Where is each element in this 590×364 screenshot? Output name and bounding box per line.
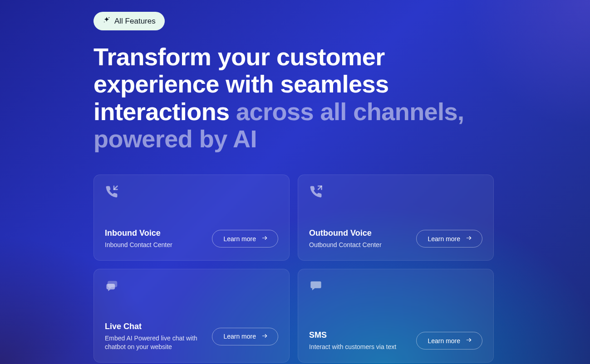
card-subtitle: Interact with customers via text (309, 343, 409, 351)
card-title: SMS (309, 330, 409, 340)
sparkle-icon (103, 16, 111, 26)
arrow-right-icon (465, 337, 473, 345)
phone-outgoing-icon (309, 185, 482, 200)
card-subtitle: Embed AI Powered live chat with chatbot … (105, 334, 205, 351)
learn-more-label: Learn more (223, 333, 256, 340)
learn-more-button[interactable]: Learn more (212, 328, 278, 345)
arrow-right-icon (261, 333, 269, 340)
arrow-right-icon (465, 235, 473, 243)
feature-card-outbound-voice[interactable]: Outbound Voice Outbound Contact Center L… (298, 175, 494, 261)
card-title: Live Chat (105, 322, 205, 331)
card-title: Outbound Voice (309, 228, 409, 238)
card-subtitle: Inbound Contact Center (105, 241, 205, 249)
svg-point-0 (108, 17, 109, 18)
phone-incoming-icon (105, 185, 278, 200)
badge-label: All Features (114, 17, 156, 26)
learn-more-label: Learn more (428, 337, 460, 345)
chat-bubbles-icon (105, 279, 278, 295)
feature-card-sms[interactable]: SMS Interact with customers via text Lea… (298, 269, 494, 363)
learn-more-button[interactable]: Learn more (416, 230, 482, 248)
learn-more-button[interactable]: Learn more (212, 230, 278, 248)
svg-point-1 (104, 22, 105, 23)
learn-more-label: Learn more (223, 235, 256, 243)
card-subtitle: Outbound Contact Center (309, 241, 409, 249)
card-title: Inbound Voice (105, 228, 205, 238)
learn-more-label: Learn more (428, 235, 460, 243)
all-features-badge[interactable]: All Features (93, 12, 165, 30)
learn-more-button[interactable]: Learn more (416, 332, 482, 349)
feature-card-live-chat[interactable]: Live Chat Embed AI Powered live chat wit… (93, 269, 290, 363)
speech-bubble-icon (309, 279, 482, 294)
page-headline: Transform your customer experience with … (93, 43, 497, 153)
feature-card-inbound-voice[interactable]: Inbound Voice Inbound Contact Center Lea… (93, 175, 290, 261)
arrow-right-icon (261, 235, 269, 243)
feature-grid: Inbound Voice Inbound Contact Center Lea… (93, 175, 494, 363)
